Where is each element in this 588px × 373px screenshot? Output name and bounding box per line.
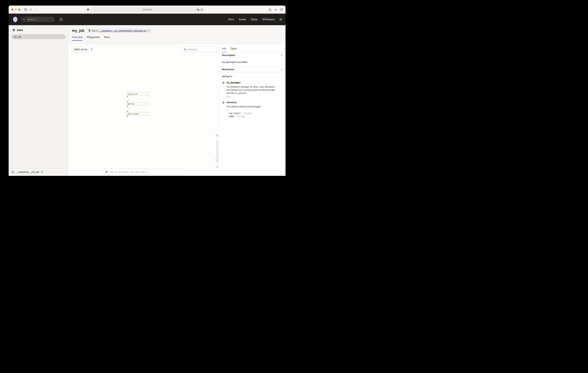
global-search[interactable]: / [21, 17, 55, 22]
repository-footer: __repository__my_job [9, 168, 68, 176]
search-input[interactable] [26, 18, 59, 21]
resource-io-manager: io_manager The default io manager for Jo… [222, 81, 282, 98]
translate-icon[interactable]: Ax [197, 9, 199, 11]
info-panel: Info Types Description ▼ No description … [219, 44, 285, 176]
workflow-icon [88, 30, 91, 32]
op-graph-canvas[interactable]: Select an op... return_one [68, 44, 219, 176]
resource-icon [222, 81, 225, 98]
job-origin-badge: Job in __repository__my_job@pipeline_exe… [87, 28, 151, 33]
dagster-logo[interactable] [12, 16, 19, 22]
op-subset-input[interactable] [109, 171, 185, 173]
op-selector-label: Select an op... [74, 48, 89, 51]
search-icon [184, 48, 186, 51]
browser-window: 127.0.0.1 Ax [9, 6, 285, 176]
job-tabs: Overview Playground Runs [72, 36, 285, 41]
breadcrumb-link[interactable]: __repository__my_job@pipeline_execution.… [99, 29, 147, 32]
highlight-input[interactable] [188, 48, 218, 51]
collapse-caret-icon: ▼ [281, 55, 283, 56]
zoom-slider-thumb[interactable] [216, 158, 219, 161]
browser-toolbar: 127.0.0.1 Ax [9, 6, 285, 14]
close-window-button[interactable] [11, 9, 13, 11]
folder-icon [11, 171, 14, 173]
privacy-shield-icon[interactable] [87, 8, 89, 11]
page-header: my_job Job in __repository__my_job@pipel… [68, 25, 285, 44]
config-schema-block: { log_level?:String name?:String } [226, 109, 261, 121]
section-title: Description [222, 54, 235, 56]
resource-description: The default io manager for Jobs. Uses fi… [226, 85, 276, 95]
tab-info[interactable]: Info [222, 47, 226, 52]
tab-overview[interactable]: Overview [72, 36, 82, 41]
edge-line [128, 107, 128, 111]
sidebar-item-my-job[interactable]: my_job [11, 34, 66, 39]
resources-section-header[interactable]: Resources ▼ [219, 66, 285, 72]
sidebar-toggle-icon[interactable] [24, 8, 27, 11]
output-port [127, 96, 128, 97]
resources-body: default io_manager The default io manage… [219, 72, 285, 124]
breadcrumb-prefix: Job in [92, 29, 98, 32]
resource-icon [222, 101, 225, 121]
forward-button[interactable] [35, 8, 36, 11]
jobs-sidebar: Jobs my_job __repository__my_job [9, 25, 68, 176]
resource-console: console The default colored console logg… [222, 101, 282, 121]
zoom-window-button[interactable] [18, 9, 20, 11]
nav-workspace[interactable]: Workspace [262, 18, 275, 21]
page-title: my_job [72, 29, 84, 33]
share-icon[interactable] [269, 8, 271, 11]
reload-repository-icon[interactable] [148, 30, 150, 32]
repository-refresh-icon[interactable] [41, 171, 43, 173]
nav-assets[interactable]: Assets [239, 18, 246, 21]
tab-runs[interactable]: Runs [104, 36, 110, 41]
op-subset-filter[interactable] [103, 169, 187, 175]
op-selector-dropdown[interactable]: Select an op... [72, 46, 94, 52]
resource-name: console [226, 101, 261, 104]
config-field: name?:String [226, 115, 261, 118]
nav-runs[interactable]: Runs [228, 18, 234, 21]
address-bar[interactable]: 127.0.0.1 Ax [91, 7, 204, 12]
config-close-brace: } [226, 118, 261, 121]
highlight-search[interactable] [182, 46, 217, 52]
config-open-brace: { [226, 109, 261, 112]
output-port [127, 116, 128, 117]
traffic-lights [11, 9, 20, 11]
config-field: log_level?:String [226, 112, 261, 115]
top-nav: Runs Assets Status Workspace ⚙ [228, 18, 282, 21]
section-title: Resources [222, 68, 234, 71]
collapse-caret-icon: ▼ [281, 69, 283, 70]
sidebar-title: Jobs [17, 29, 23, 32]
minimize-window-button[interactable] [15, 9, 17, 11]
edge-line [128, 97, 128, 102]
settings-gear-icon[interactable]: ⚙ [279, 18, 282, 21]
resource-type: Any [226, 95, 276, 98]
new-tab-icon[interactable] [274, 9, 277, 11]
search-icon [22, 17, 26, 22]
description-section-header[interactable]: Description ▼ [219, 52, 285, 58]
nav-status[interactable]: Status [251, 18, 258, 21]
op-node-multi-three[interactable]: multi_three [126, 112, 149, 115]
url-text: 127.0.0.1 [91, 8, 204, 11]
description-body: No description provided [219, 58, 285, 66]
input-port [127, 111, 128, 112]
tab-overview-icon[interactable] [280, 8, 283, 11]
tab-types[interactable]: Types [230, 47, 237, 52]
tab-playground[interactable]: Playground [87, 36, 99, 41]
input-port [127, 101, 128, 102]
op-node-add-two[interactable]: add_two [126, 102, 149, 105]
workflow-icon [12, 29, 15, 32]
repository-name: __repository__my_job [16, 171, 39, 173]
op-node-return-one[interactable]: return_one [126, 93, 149, 96]
search-shortcut-key: / [59, 18, 63, 21]
reload-icon[interactable] [200, 9, 203, 11]
zoom-in-icon[interactable] [216, 134, 219, 137]
back-button[interactable] [30, 8, 32, 11]
resource-name: io_manager [226, 81, 276, 84]
resource-group-name: default [222, 75, 282, 78]
chevron-updown-icon [91, 48, 93, 51]
zoom-out-icon[interactable] [216, 165, 219, 168]
output-port [127, 106, 128, 107]
op-graph-icon [105, 170, 108, 173]
info-panel-tabs: Info Types [219, 44, 285, 52]
app-header: / Runs Assets Status Workspace ⚙ [9, 14, 285, 25]
resource-description: The default colored console logger. [226, 105, 261, 108]
